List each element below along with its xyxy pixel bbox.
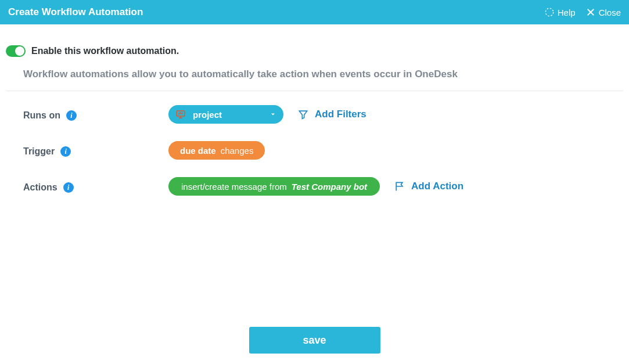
- trigger-field: due date: [180, 146, 216, 156]
- divider: [6, 91, 623, 91]
- action-text: insert/create message from: [181, 182, 287, 192]
- add-action-label: Add Action: [411, 181, 463, 192]
- project-icon: [175, 109, 186, 120]
- enable-toggle[interactable]: [6, 45, 26, 57]
- dialog-titlebar: Create Workflow Automation Help Close: [0, 0, 629, 24]
- trigger-label: Trigger: [23, 146, 55, 157]
- help-label: Help: [558, 8, 576, 17]
- trigger-op: changes: [221, 146, 254, 156]
- add-filters-button[interactable]: Add Filters: [297, 109, 366, 120]
- info-icon[interactable]: i: [63, 182, 74, 193]
- actions-label: Actions: [23, 182, 57, 193]
- help-button[interactable]: Help: [545, 8, 576, 17]
- filter-icon: [297, 109, 309, 120]
- trigger-label-wrap: Trigger i: [23, 141, 168, 160]
- runs-on-select[interactable]: project: [168, 105, 283, 124]
- description-text: Workflow automations allow you to automa…: [6, 69, 623, 91]
- add-filters-label: Add Filters: [315, 109, 366, 120]
- info-icon[interactable]: i: [60, 146, 71, 157]
- actions-label-wrap: Actions i: [23, 177, 168, 196]
- lifebuoy-icon: [545, 8, 554, 17]
- runs-on-label-wrap: Runs on i: [23, 105, 168, 124]
- svg-point-0: [545, 8, 553, 16]
- dialog-title: Create Workflow Automation: [8, 6, 143, 18]
- toggle-knob: [15, 46, 24, 56]
- close-button[interactable]: Close: [586, 8, 621, 17]
- enable-label: Enable this workflow automation.: [31, 46, 179, 56]
- action-from: Test Company bot: [292, 182, 367, 192]
- flag-icon: [394, 181, 405, 192]
- close-label: Close: [599, 8, 621, 17]
- runs-on-selected: project: [193, 110, 222, 120]
- add-action-button[interactable]: Add Action: [394, 181, 463, 192]
- chevron-down-icon: [269, 110, 276, 120]
- trigger-pill[interactable]: due date changes: [168, 141, 265, 160]
- runs-on-label: Runs on: [23, 110, 60, 121]
- close-icon: [586, 8, 595, 17]
- info-icon[interactable]: i: [66, 110, 77, 121]
- save-button[interactable]: save: [249, 327, 380, 354]
- action-pill[interactable]: insert/create message from Test Company …: [168, 177, 380, 196]
